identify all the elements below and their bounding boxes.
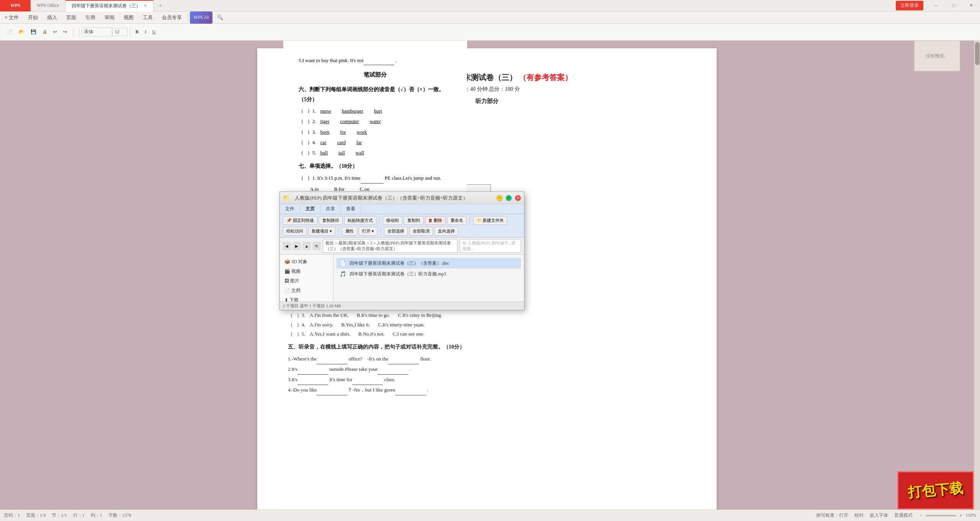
fe-title-bar: 📁 人教版(PEP) 四年级下册英语期末测试卷（三）（含答案+听力音频+听力原文… bbox=[280, 192, 524, 204]
doc-tab[interactable]: 四年级下册英语期末测试卷（三） ✕ bbox=[65, 0, 154, 11]
fe-file-mp3[interactable]: 🎵 四年级下册英语期末测试卷（三）听力音频.mp3 bbox=[336, 269, 521, 279]
fe-status-text: 2 个项目 选中 1 个项目 1.28 MB bbox=[283, 303, 341, 309]
menu-page[interactable]: 页面 bbox=[62, 11, 81, 24]
fe-sidebar-3d[interactable]: 📦 3D 对象 bbox=[280, 257, 333, 267]
menu-review[interactable]: 审阅 bbox=[100, 11, 119, 24]
tab-bar: WPS Office 四年级下册英语期末测试卷（三） ✕ ＋ bbox=[31, 0, 896, 11]
menu-home[interactable]: 开始 bbox=[23, 11, 42, 24]
toolbar-bold[interactable]: B bbox=[132, 28, 142, 36]
fe-sidebar: 📦 3D 对象 🎬 视频 🖼 图片 📄 文档 ⬇ 下载 🎵 音乐 🖥 桌面 💾 … bbox=[280, 255, 333, 301]
fe-sidebar-video[interactable]: 🎬 视频 bbox=[280, 267, 333, 276]
fe-select-all-btn[interactable]: 全部选择 bbox=[384, 227, 408, 236]
minimize-button[interactable]: ─ bbox=[927, 0, 945, 11]
fe-new-item-btn[interactable]: 新建项目 ▾ bbox=[308, 227, 335, 236]
toolbar-open[interactable]: 📂 bbox=[16, 28, 28, 36]
toolbar-save[interactable]: 💾 bbox=[28, 28, 39, 36]
fe-properties-btn[interactable]: 属性 bbox=[342, 227, 357, 236]
menu-insert[interactable]: 插入 bbox=[42, 11, 62, 24]
fe-copy-path-btn[interactable]: 复制路径 bbox=[319, 216, 343, 225]
doc-title-red: （有参考答案） bbox=[519, 73, 572, 82]
doc-tab-label: 四年级下册英语期末测试卷（三） bbox=[72, 3, 140, 9]
promo-banner[interactable]: 打包下载 bbox=[897, 471, 974, 510]
toolbar-undo[interactable]: ↩ bbox=[50, 28, 60, 36]
status-bar: 页码：1 页面：1/4 节：1/1 行：1 列：1 字数：1378 拼写检查：打… bbox=[0, 510, 980, 521]
fe-maximize-button[interactable]: □ bbox=[506, 195, 512, 201]
new-tab-button[interactable]: ＋ bbox=[154, 0, 167, 11]
fe-sidebar-pictures[interactable]: 🖼 图片 bbox=[280, 276, 333, 286]
menu-separator bbox=[188, 14, 188, 21]
fe-sidebar-docs[interactable]: 📄 文档 bbox=[280, 286, 333, 295]
toolbar-underline[interactable]: U bbox=[149, 28, 159, 36]
promo-content: 打包下载 bbox=[908, 481, 963, 500]
menu-file[interactable]: ≡ 文件 bbox=[0, 11, 23, 24]
fe-file-doc-name: 四年级下册英语期末测试卷（三）（含答案）.doc bbox=[350, 260, 449, 267]
toolbar-font-size[interactable]: 12 bbox=[112, 28, 127, 36]
fe-delete-btn[interactable]: 🗑 删除 bbox=[425, 216, 446, 225]
fe-move-btn[interactable]: 移动到 bbox=[383, 216, 402, 225]
fe-forward-btn[interactable]: ▶ bbox=[293, 242, 301, 250]
fe-up-btn[interactable]: ▲ bbox=[303, 242, 310, 250]
q7-header: 七、单项选择。（10分） bbox=[299, 161, 452, 171]
scroll-thumb[interactable] bbox=[975, 42, 980, 65]
fe-paste-shortcut-btn[interactable]: 粘贴快捷方式 bbox=[344, 216, 376, 225]
fe-tab-view[interactable]: 查看 bbox=[341, 204, 361, 214]
toolbar-italic[interactable]: I bbox=[142, 28, 149, 36]
toolbar-font-name[interactable]: 宋体 bbox=[82, 28, 112, 36]
zoom-in-icon[interactable]: ＋ bbox=[959, 512, 963, 519]
menu-search[interactable]: 🔍 bbox=[212, 11, 228, 24]
menu-vip[interactable]: 会员专享 bbox=[157, 11, 186, 24]
fe-close-button[interactable]: ✕ bbox=[515, 195, 521, 201]
fe-tab-file[interactable]: 文件 bbox=[280, 204, 300, 214]
status-align: 校对 bbox=[854, 512, 864, 519]
menu-view[interactable]: 视图 bbox=[119, 11, 138, 24]
app-tab-wps[interactable]: WPS Office bbox=[31, 0, 65, 11]
menu-tools[interactable]: 工具 bbox=[138, 11, 157, 24]
app-tab-label: WPS Office bbox=[37, 3, 59, 8]
mp3-file-icon: 🎵 bbox=[339, 270, 346, 278]
fe-file-mp3-name: 四年级下册英语期末测试卷（三）听力音频.mp3 bbox=[350, 271, 446, 277]
fe-invert-btn[interactable]: 反向选择 bbox=[434, 227, 458, 236]
menu-ref[interactable]: 引用 bbox=[81, 11, 100, 24]
fe-file-doc[interactable]: 📄 四年级下册英语期末测试卷（三）（含答案）.doc bbox=[336, 258, 521, 269]
toolbar-new[interactable]: 📄 bbox=[4, 28, 16, 36]
toolbar-redo[interactable]: ↪ bbox=[60, 28, 70, 36]
close-button[interactable]: ✕ bbox=[962, 0, 980, 11]
fe-back-btn[interactable]: ◀ bbox=[283, 242, 291, 250]
fe-path-bar[interactable]: 最近 > 最新2期末试卷 > 2 > 人教版(PEP) 四年级下册英语期末测试卷… bbox=[323, 239, 457, 253]
fe-easy-access-btn[interactable]: 经松访问 bbox=[283, 227, 307, 236]
toolbar-print[interactable]: 🖨 bbox=[39, 28, 50, 36]
fe-deselect-btn[interactable]: 全部取消 bbox=[409, 227, 433, 236]
register-button[interactable]: 立即登录 bbox=[896, 1, 923, 10]
zoom-out-icon[interactable]: － bbox=[919, 512, 923, 519]
fe-tab-share[interactable]: 共享 bbox=[320, 204, 341, 214]
fe-minimize-button[interactable]: ─ bbox=[497, 195, 503, 201]
q6-items: （ ）1. nurse hamburger hurt （ ）2. tiger c… bbox=[299, 106, 452, 157]
title-bar: WPS WPS Office 四年级下册英语期末测试卷（三） ✕ ＋ 立即登录 … bbox=[0, 0, 980, 11]
fe-title-text: 人教版(PEP) 四年级下册英语期末测试卷（三）（含答案+听力音频+听力原文） bbox=[295, 195, 493, 202]
wps-ai-button[interactable]: WPS AI bbox=[190, 11, 213, 24]
zoom-slider[interactable] bbox=[926, 515, 956, 516]
zoom-control[interactable]: － ＋ 110% bbox=[919, 512, 976, 519]
no-preview-text: 没有预览。 bbox=[926, 53, 949, 59]
close-icon[interactable]: ✕ bbox=[144, 3, 147, 8]
fe-refresh-btn[interactable]: ↻ bbox=[313, 242, 320, 250]
fe-nav-bar: ◀ ▶ ▲ ↻ 最近 > 最新2期末试卷 > 2 > 人教版(PEP) 四年级下… bbox=[280, 238, 524, 255]
q6-item-3: （ ）3. born for work bbox=[299, 128, 452, 136]
fe-rename-btn[interactable]: 重命名 bbox=[447, 216, 467, 225]
no-preview-panel: 没有预览。 bbox=[914, 41, 960, 71]
fe-toolbar-sep3 bbox=[338, 226, 339, 236]
status-words: 字数：1378 bbox=[108, 512, 131, 519]
toolbar-group-file: 📄 📂 💾 🖨 ↩ ↪ bbox=[4, 28, 74, 36]
maximize-button[interactable]: □ bbox=[945, 0, 962, 11]
right-scrollbar[interactable] bbox=[974, 41, 980, 510]
fe-open-btn[interactable]: 打开 ▾ bbox=[359, 227, 377, 236]
fe-pin-btn[interactable]: 📌 固定到快速 bbox=[283, 216, 317, 225]
fe-copy-btn[interactable]: 复制到 bbox=[404, 216, 423, 225]
fe-sidebar-downloads[interactable]: ⬇ 下载 bbox=[280, 295, 333, 301]
folder-icon: 📁 bbox=[283, 195, 289, 201]
q5-item-5: 5.I want to buy that pink. It's not . bbox=[299, 56, 452, 65]
fe-search-input[interactable]: 在 人教版(PEP) 四年级下...里面搜... bbox=[460, 239, 521, 253]
fe-new-folder-btn[interactable]: 📁 新建文件夹 bbox=[473, 216, 508, 225]
fe-tab-home[interactable]: 主页 bbox=[300, 204, 320, 214]
q6-item-1: （ ）1. nurse hamburger hurt bbox=[299, 106, 452, 115]
